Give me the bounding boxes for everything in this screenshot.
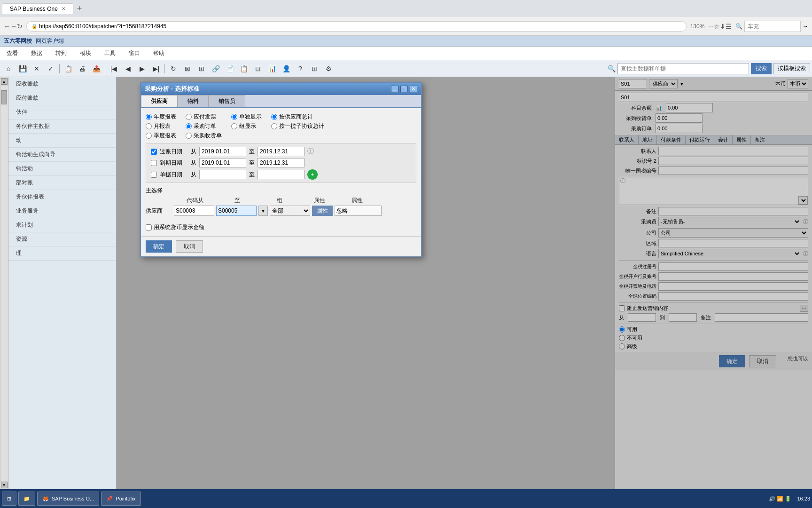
sidebar-item-reconcile[interactable]: 部对账 bbox=[8, 176, 116, 190]
search-submit-icon[interactable]: → bbox=[803, 23, 808, 30]
sidebar-item-receivables[interactable]: 应收账款 bbox=[8, 77, 116, 91]
radio-monthly[interactable] bbox=[146, 123, 152, 129]
settings-icon[interactable]: ☰ bbox=[726, 23, 732, 30]
sidebar-item-report[interactable]: 务伙伴报表 bbox=[8, 190, 116, 204]
tab-salesperson[interactable]: 销售员 bbox=[209, 95, 245, 107]
sidebar-item-service[interactable]: 业务服务 bbox=[8, 204, 116, 218]
menu-goto[interactable]: 转到 bbox=[53, 48, 70, 58]
modal-cancel-btn[interactable]: 取消 bbox=[176, 240, 203, 253]
toolbar-save[interactable]: 💾 bbox=[16, 63, 29, 75]
posting-to-input[interactable] bbox=[258, 147, 304, 156]
supplier-code-from-input[interactable] bbox=[174, 206, 214, 216]
search-button[interactable]: 搜索 bbox=[751, 63, 772, 74]
menu-help[interactable]: 帮助 bbox=[150, 48, 167, 58]
toolbar-chart[interactable]: 📊 bbox=[265, 63, 279, 75]
toolbar-export[interactable]: 📤 bbox=[90, 63, 103, 75]
supplier-code-to-input[interactable] bbox=[216, 206, 257, 216]
doc-from-input[interactable] bbox=[199, 170, 246, 179]
doc-to-input[interactable] bbox=[258, 170, 304, 179]
toolbar-delete[interactable]: ✕ bbox=[30, 63, 43, 75]
sidebar-item-partner-master[interactable]: 务伙伴主数据 bbox=[8, 119, 116, 134]
tab-close-btn[interactable]: ✕ bbox=[62, 6, 65, 11]
sidebar-item-plan[interactable]: 求计划 bbox=[8, 218, 116, 232]
scroll-track[interactable] bbox=[1, 86, 8, 481]
toolbar-filter[interactable]: ⊠ bbox=[181, 63, 194, 75]
sidebar-item-partner[interactable]: 伙伴 bbox=[8, 105, 116, 119]
supplier-attr-value-input[interactable] bbox=[335, 206, 382, 216]
browser-tab[interactable]: SAP Business One ✕ bbox=[2, 3, 73, 14]
scroll-down-btn[interactable]: ▼ bbox=[1, 482, 8, 488]
toolbar-expand[interactable]: ⊞ bbox=[195, 63, 208, 75]
toolbar-print[interactable]: 🖨 bbox=[76, 63, 89, 75]
toolbar-user[interactable]: 👤 bbox=[280, 63, 293, 75]
favorites-icon[interactable]: ☆ bbox=[714, 23, 720, 30]
doc-date-checkbox[interactable] bbox=[151, 172, 157, 178]
sidebar-item-activity-wizard[interactable]: 销活动生成向导 bbox=[8, 148, 116, 162]
radio-invoice[interactable] bbox=[186, 114, 192, 120]
radio-single[interactable] bbox=[231, 114, 237, 120]
menu-module[interactable]: 模块 bbox=[77, 48, 94, 58]
toolbar-first[interactable]: |◀ bbox=[107, 63, 120, 75]
toolbar-col[interactable]: ⊟ bbox=[251, 63, 265, 75]
modal-close-btn[interactable]: ✕ bbox=[410, 86, 417, 92]
left-scrollbar[interactable]: ▲ ▼ bbox=[0, 77, 8, 489]
taskbar-sap-btn[interactable]: 🦊 SAP Business O... bbox=[37, 492, 99, 506]
toolbar-settings[interactable]: ⚙ bbox=[322, 63, 335, 75]
toolbar-help[interactable]: ? bbox=[294, 63, 307, 75]
due-from-input[interactable] bbox=[199, 158, 246, 167]
toolbar-win[interactable]: ⊞ bbox=[308, 63, 321, 75]
browser-menu[interactable]: ··· bbox=[708, 23, 714, 30]
taskbar-folder-btn[interactable]: 📁 bbox=[18, 492, 35, 506]
posting-from-input[interactable] bbox=[199, 147, 246, 156]
toolbar-next[interactable]: ▶ bbox=[135, 63, 148, 75]
modal-minimize-btn[interactable]: _ bbox=[391, 86, 398, 92]
toolbar-last[interactable]: ▶| bbox=[149, 63, 163, 75]
system-currency-checkbox[interactable] bbox=[146, 224, 152, 230]
sidebar-item-activity[interactable]: 销活动 bbox=[8, 162, 116, 176]
toolbar-home[interactable]: ⌂ bbox=[2, 63, 15, 75]
sidebar-item-manage[interactable]: 理 bbox=[8, 246, 116, 261]
sidebar-item-payables[interactable]: 应付账款 bbox=[8, 91, 116, 105]
main-search-input[interactable] bbox=[617, 63, 749, 74]
tab-material[interactable]: 物料 bbox=[178, 95, 209, 107]
modal-maximize-btn[interactable]: □ bbox=[400, 86, 408, 92]
sidebar-item-dynamic[interactable]: 动 bbox=[8, 134, 116, 148]
menu-data[interactable]: 数据 bbox=[28, 48, 45, 58]
taskbar-pointofix-btn[interactable]: 📌 Pointofix bbox=[101, 492, 141, 506]
main-search-icon[interactable]: 🔍 bbox=[608, 65, 616, 72]
radio-po[interactable] bbox=[186, 123, 192, 129]
due-to-input[interactable] bbox=[258, 158, 304, 167]
toolbar-copy[interactable]: 📄 bbox=[223, 63, 236, 75]
nav-back[interactable]: ← bbox=[4, 23, 10, 30]
toolbar-form[interactable]: 📋 bbox=[62, 63, 75, 75]
sidebar-item-resource[interactable]: 资源 bbox=[8, 232, 116, 246]
toolbar-paste[interactable]: 📋 bbox=[237, 63, 250, 75]
green-action-btn[interactable]: + bbox=[307, 169, 318, 180]
radio-receipt[interactable] bbox=[186, 133, 192, 139]
supplier-group-select[interactable]: 全部 bbox=[270, 206, 310, 216]
posting-date-checkbox[interactable] bbox=[151, 149, 157, 155]
url-bar[interactable]: 🔒 https://sap560:8100/dispatcher/?t=1568… bbox=[26, 21, 687, 32]
toolbar-refresh[interactable]: ↻ bbox=[167, 63, 180, 75]
toolbar-check[interactable]: ✓ bbox=[44, 63, 57, 75]
toolbar-prev[interactable]: ◀ bbox=[121, 63, 134, 75]
tab-supplier[interactable]: 供应商 bbox=[141, 95, 178, 107]
download-icon[interactable]: ⬇ bbox=[720, 23, 726, 30]
radio-quarterly[interactable] bbox=[146, 133, 152, 139]
template-search-button[interactable]: 按模板搜索 bbox=[773, 63, 810, 74]
radio-yearly[interactable] bbox=[146, 114, 152, 120]
radio-by-supplier[interactable] bbox=[271, 114, 277, 120]
radio-by-agreement[interactable] bbox=[271, 123, 277, 129]
nav-forward[interactable]: → bbox=[10, 23, 17, 30]
radio-group[interactable] bbox=[231, 123, 237, 129]
menu-window[interactable]: 窗口 bbox=[126, 48, 143, 58]
nav-refresh[interactable]: ↻ bbox=[17, 23, 23, 30]
due-date-checkbox[interactable] bbox=[151, 160, 157, 166]
modal-ok-btn[interactable]: 确定 bbox=[146, 240, 172, 253]
taskbar-start-btn[interactable]: ⊞ bbox=[2, 492, 16, 506]
toolbar-link[interactable]: 🔗 bbox=[209, 63, 222, 75]
scroll-thumb[interactable] bbox=[1, 90, 7, 104]
browser-search-input[interactable] bbox=[744, 21, 801, 32]
supplier-browse-btn[interactable]: ▼ bbox=[258, 206, 268, 216]
menu-tools[interactable]: 工具 bbox=[102, 48, 118, 58]
